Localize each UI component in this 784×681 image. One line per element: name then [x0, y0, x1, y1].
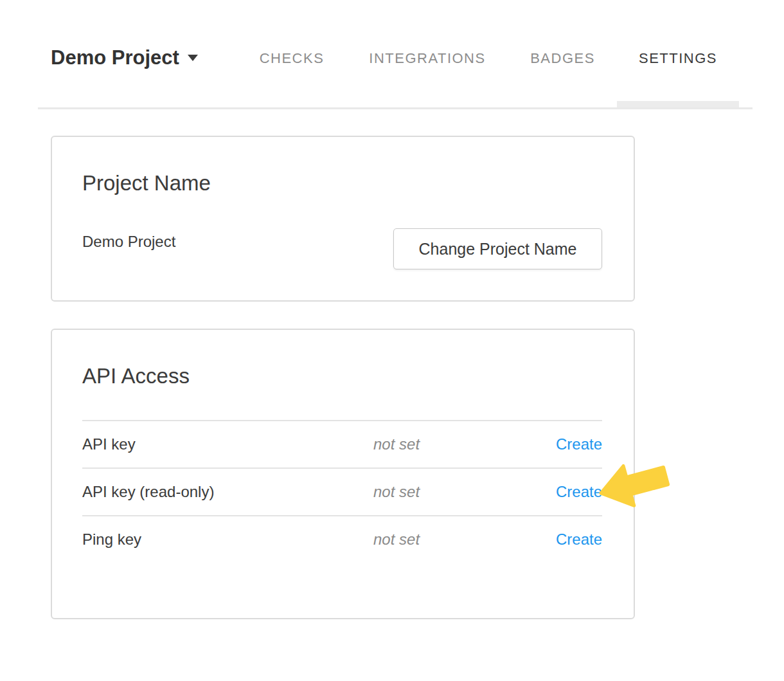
tab-badges[interactable]: BADGES [508, 0, 617, 109]
ping-key-label: Ping key [82, 531, 373, 549]
api-key-readonly-value: not set [373, 483, 508, 501]
tab-settings-label: SETTINGS [639, 50, 717, 66]
tab-integrations[interactable]: INTEGRATIONS [346, 0, 508, 109]
tab-integrations-label: INTEGRATIONS [369, 50, 485, 66]
project-switcher[interactable]: Demo Project [51, 46, 198, 69]
create-api-key-link[interactable]: Create [556, 435, 602, 453]
caret-down-icon [188, 55, 198, 61]
table-row-ping-key: Ping key not set Create [82, 515, 602, 563]
table-row-api-key-readonly: API key (read-only) not set Create [82, 468, 602, 515]
api-access-card: API Access API key not set Create API ke… [51, 329, 635, 619]
ping-key-value: not set [373, 531, 508, 549]
api-key-label: API key [82, 435, 373, 453]
project-title: Demo Project [51, 46, 179, 69]
tab-checks-label: CHECKS [260, 50, 325, 66]
api-access-card-title: API Access [82, 363, 190, 389]
header-divider [38, 107, 753, 109]
project-name-card: Project Name Demo Project Change Project… [51, 136, 635, 302]
main-nav: CHECKS INTEGRATIONS BADGES SETTINGS [237, 0, 739, 109]
create-ping-key-link[interactable]: Create [556, 531, 602, 548]
tab-settings[interactable]: SETTINGS [617, 0, 739, 109]
highlight-arrow-icon [594, 459, 675, 514]
table-row-api-key: API key not set Create [82, 420, 602, 468]
change-project-name-button[interactable]: Change Project Name [393, 228, 602, 269]
tab-checks[interactable]: CHECKS [237, 0, 346, 109]
current-project-name: Demo Project [82, 233, 175, 251]
tab-badges-label: BADGES [530, 50, 595, 66]
settings-page: { "header": { "project_title": "Demo Pro… [0, 0, 784, 681]
api-key-value: not set [373, 435, 508, 453]
highlight-arrow-shape [601, 466, 668, 506]
api-keys-table: API key not set Create API key (read-onl… [82, 420, 602, 563]
api-key-readonly-label: API key (read-only) [82, 483, 373, 501]
project-name-card-title: Project Name [82, 170, 211, 196]
